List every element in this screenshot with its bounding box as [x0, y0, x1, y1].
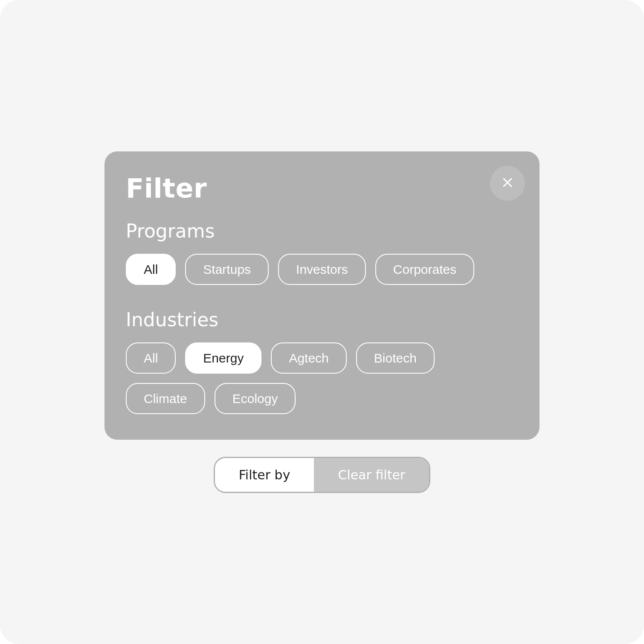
program-chip-investors[interactable]: Investors: [278, 254, 366, 285]
button-label: Clear filter: [338, 467, 405, 482]
chip-label: Ecology: [232, 392, 278, 406]
industry-chip-all[interactable]: All: [126, 342, 176, 374]
chip-label: Energy: [203, 351, 244, 365]
industry-chip-biotech[interactable]: Biotech: [356, 342, 435, 374]
app-frame: Filter Programs All Startups Investors C…: [0, 0, 644, 644]
industry-chip-climate[interactable]: Climate: [126, 383, 205, 414]
program-chip-all[interactable]: All: [126, 254, 176, 285]
program-chip-startups[interactable]: Startups: [185, 254, 269, 285]
chip-label: Agtech: [289, 351, 328, 365]
close-icon: [501, 176, 514, 191]
industry-chip-agtech[interactable]: Agtech: [271, 342, 346, 374]
action-bar: Filter by Clear filter: [214, 457, 430, 493]
chip-label: All: [144, 351, 158, 365]
programs-chip-row: All Startups Investors Corporates: [126, 254, 518, 285]
chip-label: Climate: [144, 392, 187, 406]
chip-label: Corporates: [393, 262, 456, 276]
chip-label: Startups: [203, 262, 251, 276]
industry-chip-energy[interactable]: Energy: [185, 342, 261, 374]
filter-panel: Filter Programs All Startups Investors C…: [104, 151, 540, 440]
programs-heading: Programs: [126, 220, 518, 242]
clear-filter-button[interactable]: Clear filter: [314, 458, 429, 492]
button-label: Filter by: [239, 467, 290, 482]
industry-chip-ecology[interactable]: Ecology: [215, 383, 296, 414]
close-button[interactable]: [490, 166, 525, 201]
chip-label: Biotech: [374, 351, 417, 365]
chip-label: All: [144, 262, 158, 276]
filter-by-button[interactable]: Filter by: [215, 458, 314, 492]
program-chip-corporates[interactable]: Corporates: [375, 254, 474, 285]
industries-chip-row: All Energy Agtech Biotech Climate Ecolog…: [126, 342, 518, 414]
chip-label: Investors: [296, 262, 348, 276]
industries-heading: Industries: [126, 309, 518, 331]
panel-title: Filter: [126, 173, 518, 204]
